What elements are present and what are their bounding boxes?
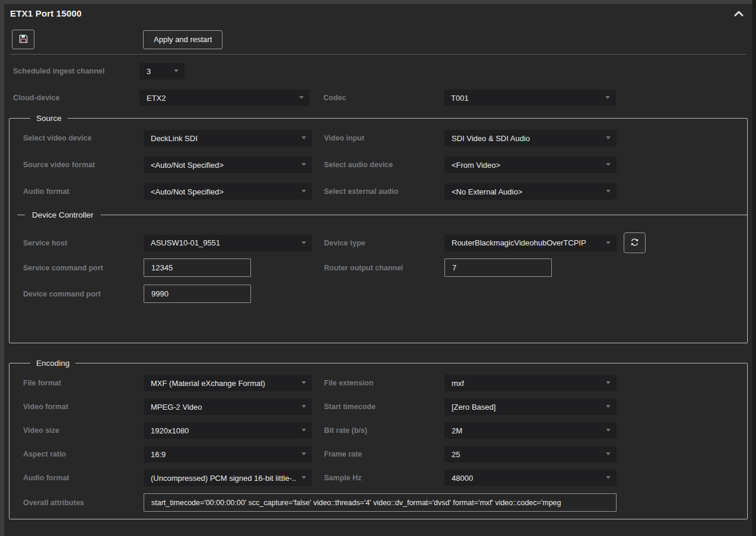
video-format-value: MPEG-2 Video <box>151 403 202 411</box>
video-format-dropdown[interactable]: MPEG-2 Video <box>144 398 312 415</box>
aspect-ratio-dropdown[interactable]: 16:9 <box>144 446 312 462</box>
chevron-down-icon <box>606 429 611 432</box>
select-external-audio-dropdown[interactable]: <No External Audio> <box>444 183 617 200</box>
aspect-ratio-label: Aspect ratio <box>23 450 144 458</box>
cloud-device-dropdown[interactable]: ETX2 <box>139 90 310 106</box>
service-host-value: ASUSW10-01_9551 <box>151 238 220 247</box>
overall-attributes-input[interactable] <box>144 493 617 512</box>
select-video-device-label: Select video device <box>23 134 144 142</box>
codec-dropdown[interactable]: T001 <box>444 90 616 106</box>
select-audio-device-value: <From Video> <box>452 161 500 170</box>
device-type-dropdown[interactable]: RouterBlackmagicVideohubOverTCPIP <box>444 235 617 251</box>
bit-rate-value: 2M <box>452 426 462 435</box>
device-command-port-input[interactable] <box>144 285 251 303</box>
chevron-down-icon <box>606 405 611 408</box>
encoding-section-legend: Encoding <box>30 359 75 368</box>
source-video-format-label: Source video format <box>23 161 144 169</box>
page-edge-left <box>0 0 4 536</box>
device-command-port-row: Device command port <box>23 285 738 303</box>
device-command-port-label: Device command port <box>23 290 144 298</box>
bit-rate-dropdown[interactable]: 2M <box>444 422 617 439</box>
chevron-down-icon <box>605 96 610 99</box>
chevron-down-icon <box>606 190 611 193</box>
source-video-format-dropdown[interactable]: <Auto/Not Specified> <box>144 157 312 173</box>
video-size-label: Video size <box>23 426 144 435</box>
chevron-down-icon <box>301 163 306 166</box>
save-button[interactable] <box>12 30 34 49</box>
frame-rate-value: 25 <box>452 450 460 459</box>
chevron-down-icon <box>301 476 306 479</box>
audio-format-row: Audio format <Auto/Not Specified> Select… <box>23 183 738 200</box>
cloud-device-codec-row: Cloud-device ETX2 Codec T001 <box>4 90 752 106</box>
bit-rate-label: Bit rate (b/s) <box>324 426 444 435</box>
sample-hz-value: 48000 <box>452 474 473 483</box>
select-external-audio-value: <No External Audio> <box>452 187 522 196</box>
audio-format-value: <Auto/Not Specified> <box>151 187 224 196</box>
chevron-down-icon <box>301 136 306 139</box>
source-section-legend: Source <box>30 114 68 123</box>
scrollbar-track[interactable] <box>752 0 756 536</box>
file-format-label: File format <box>23 379 144 387</box>
codec-value: T001 <box>451 94 469 103</box>
aspect-ratio-row: Aspect ratio 16:9 Frame rate 25 <box>23 446 738 462</box>
chevron-down-icon <box>606 452 611 455</box>
video-input-dropdown[interactable]: SDI Video & SDI Audio <box>444 130 617 146</box>
scheduled-ingest-channel-row: Scheduled ingest channel 3 <box>4 63 752 79</box>
video-format-enc-row: Video format MPEG-2 Video Start timecode… <box>23 398 738 415</box>
chevron-down-icon <box>606 241 611 244</box>
service-host-row: Service host ASUSW10-01_9551 Device type… <box>23 232 738 253</box>
cloud-device-value: ETX2 <box>147 94 166 103</box>
encoding-section: Encoding File format MXF (Material eXcha… <box>9 359 748 519</box>
chevron-down-icon <box>299 96 304 99</box>
chevron-down-icon <box>606 476 611 479</box>
service-command-port-label: Service command port <box>23 264 144 272</box>
refresh-device-types-button[interactable] <box>624 232 646 253</box>
source-video-format-value: <Auto/Not Specified> <box>151 161 224 170</box>
chevron-up-icon <box>734 9 744 18</box>
panel-titlebar: ETX1 Port 15000 <box>4 4 752 22</box>
start-timecode-label: Start timecode <box>324 403 444 411</box>
file-extension-label: File extension <box>324 379 444 387</box>
apply-and-restart-button[interactable]: Apply and restart <box>143 30 223 49</box>
scheduled-ingest-channel-dropdown[interactable]: 3 <box>139 63 185 79</box>
config-panel: ETX1 Port 15000 Apply and restart Schedu… <box>4 4 752 536</box>
overall-attributes-row: Overall attributes <box>23 493 738 512</box>
sample-hz-dropdown[interactable]: 48000 <box>444 470 617 486</box>
select-video-device-value: DeckLink SDI <box>151 134 198 143</box>
aspect-ratio-value: 16:9 <box>151 450 166 459</box>
frame-rate-dropdown[interactable]: 25 <box>444 446 617 462</box>
chevron-down-icon <box>606 163 611 166</box>
codec-label: Codec <box>323 94 444 102</box>
device-controller-legend: Device Controller <box>32 210 94 219</box>
scheduled-ingest-channel-value: 3 <box>147 67 151 76</box>
video-format-row: Source video format <Auto/Not Specified>… <box>23 157 738 173</box>
audio-format-enc-row: Audio format (Uncompressed) PCM signed 1… <box>23 470 738 486</box>
device-type-label: Device type <box>324 239 444 247</box>
encoding-audio-format-dropdown[interactable]: (Uncompressed) PCM signed 16-bit little-… <box>144 470 312 486</box>
page-edge-top <box>0 0 756 4</box>
command-port-row: Service command port Router output chann… <box>23 259 738 277</box>
file-format-value: MXF (Material eXchange Format) <box>151 379 265 388</box>
chevron-down-icon <box>301 429 306 432</box>
chevron-down-icon <box>301 405 306 408</box>
audio-format-dropdown[interactable]: <Auto/Not Specified> <box>144 183 312 200</box>
select-audio-device-label: Select audio device <box>324 161 444 169</box>
router-output-channel-input[interactable] <box>444 259 552 277</box>
video-size-value: 1920x1080 <box>151 426 189 435</box>
source-section: Source Select video device DeckLink SDI … <box>9 114 748 343</box>
chevron-down-icon <box>606 381 611 384</box>
service-command-port-input[interactable] <box>144 259 251 277</box>
service-host-dropdown[interactable]: ASUSW10-01_9551 <box>144 235 312 251</box>
video-size-dropdown[interactable]: 1920x1080 <box>144 422 312 439</box>
file-format-dropdown[interactable]: MXF (Material eXchange Format) <box>144 375 312 391</box>
file-extension-dropdown[interactable]: mxf <box>444 375 617 391</box>
toolbar: Apply and restart <box>12 30 752 49</box>
start-timecode-dropdown[interactable]: [Zero Based] <box>444 398 617 415</box>
select-audio-device-dropdown[interactable]: <From Video> <box>444 157 617 173</box>
select-video-device-dropdown[interactable]: DeckLink SDI <box>144 130 312 146</box>
sample-hz-label: Sample Hz <box>324 474 444 482</box>
refresh-icon <box>630 238 639 248</box>
collapse-panel-button[interactable] <box>732 8 745 20</box>
encoding-audio-format-value: (Uncompressed) PCM signed 16-bit little-… <box>151 474 297 483</box>
encoding-audio-format-label: Audio format <box>23 474 144 482</box>
